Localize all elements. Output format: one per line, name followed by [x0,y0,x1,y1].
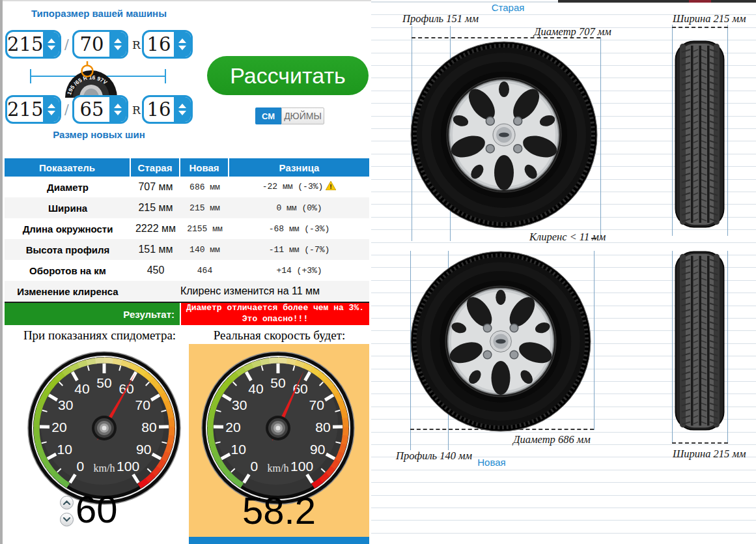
clearance-label: Клиренс < 11 мм [529,231,606,244]
results-table: Показатель Старая Новая Разница Диаметр … [5,158,369,325]
svg-text:10: 10 [57,442,72,457]
old-profile-select[interactable]: 70 [72,30,128,59]
size-separator-slash: / [64,102,69,117]
old-width-spinner-arrows[interactable] [43,32,59,57]
diagram-new-title: Новая [456,457,527,468]
arrow-down-icon[interactable] [48,46,55,50]
old-rim-select[interactable]: 16 [142,30,193,59]
top-banner-red-fragment [689,0,711,3]
svg-text:100: 100 [117,459,139,474]
top-banner-fragment [558,0,756,3]
svg-text:90: 90 [136,442,151,457]
arrow-down-icon[interactable] [48,111,55,115]
table-row: Высота профиля 151 мм 140 мм -11 мм (-7%… [5,239,369,260]
new-tire-side-view [675,251,725,433]
svg-text:30: 30 [58,397,73,412]
window-left-edge [0,0,3,544]
svg-text:80: 80 [315,420,330,435]
arrow-up-icon[interactable] [48,104,55,108]
old-profile-label: Профиль 151 мм [402,12,479,25]
units-inches-button[interactable]: ДЮЙМЫ [281,107,324,124]
new-rim-select[interactable]: 16 [142,95,193,124]
indicated-speed-title: При показаниях спидометра: [7,328,193,343]
new-diameter-line-right [594,251,595,430]
speed-step-up-button[interactable] [60,496,74,509]
new-profile-value: 65 [74,97,109,122]
radius-prefix: R [132,104,141,117]
svg-text:10: 10 [231,442,246,457]
arrow-down-icon[interactable] [114,111,122,115]
window-top-edge [3,0,371,1]
old-diameter-line-right [600,37,601,240]
new-width-select[interactable]: 215 [5,95,61,124]
old-profile-value: 70 [74,32,109,57]
svg-text:100: 100 [290,459,313,474]
old-profile-spinner-arrows[interactable] [109,32,126,57]
units-cm-button[interactable]: СМ [255,107,281,124]
dimension-tick-right [165,69,166,83]
arrow-up-icon[interactable] [48,38,55,43]
svg-text:70: 70 [135,397,150,412]
svg-text:70: 70 [309,397,324,412]
svg-text:km/h: km/h [268,463,289,474]
svg-text:50: 50 [96,375,111,390]
old-rim-value: 16 [144,32,174,57]
tire-diagram-panel: Старая Профиль 151 мм Ширина 215 мм Диам… [371,0,756,544]
clearance-dash [591,238,596,239]
new-diameter-label: Диаметр 686 мм [513,433,591,446]
tire-calculator-page: Типоразмер вашей машины 215 / 70 R 16 19… [0,0,756,544]
new-width-label: Ширина 215 мм [673,448,746,461]
indicated-speed-value: 60 [76,487,154,531]
arrow-down-icon[interactable] [114,46,122,50]
old-tire-side-view [675,40,725,231]
calculate-button[interactable]: Рассчитать [207,56,369,95]
arrow-up-icon[interactable] [178,38,186,43]
table-row: Ширина 215 мм 215 мм 0 мм (0%) [5,197,369,218]
old-diameter-dashed-line [412,37,600,38]
old-tire-front-view [410,41,598,231]
arrow-up-icon[interactable] [114,38,122,43]
new-rim-value: 16 [144,97,174,122]
panel-bottom-strip [189,537,369,544]
new-profile-spinner-arrows[interactable] [109,97,126,122]
svg-text:40: 40 [248,381,263,396]
svg-text:30: 30 [232,397,247,412]
table-header-row: Показатель Старая Новая Разница [5,158,369,177]
clearance-row: Изменение клиренса Клиренс изменится на … [5,281,369,302]
result-row: Результат: Диаметр отличается более чем … [5,302,369,325]
old-diameter-label: Диаметр 707 мм [534,25,611,38]
arrow-up-icon[interactable] [114,104,122,108]
real-speed-title: Реальная скорость будет: [194,328,365,343]
old-width-select[interactable]: 215 [5,30,61,59]
old-width-label: Ширина 215 мм [673,12,746,25]
new-profile-select[interactable]: 65 [72,95,128,124]
header-diff: Разница [229,158,369,177]
header-new: Новая [180,158,229,177]
speed-step-down-button[interactable] [60,513,74,526]
arrow-down-icon[interactable] [178,111,186,115]
old-rim-spinner-arrows[interactable] [174,32,191,57]
svg-text:90: 90 [310,442,325,457]
tire-sidewall-thumbnail: 195 /65 R 16 97V [65,61,117,98]
radius-prefix: R [132,38,141,51]
svg-text:40: 40 [74,381,89,396]
new-width-spinner-arrows[interactable] [43,97,59,122]
svg-text:50: 50 [270,375,285,390]
real-speed-panel: 0102030405060708090100km/h 58.2 [189,344,369,544]
units-toggle[interactable]: СМ ДЮЙМЫ [255,107,324,124]
old-sidewidth-line-right [727,25,728,236]
result-value: Диаметр отличается более чем на 3%. Это … [181,303,369,325]
old-width-dashed-line [672,27,728,28]
new-size-title: Размер новых шин [1,129,197,140]
header-indicator: Показатель [5,158,131,177]
svg-text:20: 20 [51,420,66,435]
arrow-up-icon[interactable] [178,104,186,108]
svg-text:80: 80 [141,420,156,435]
new-sidewidth-line-right [727,251,728,444]
result-label: Результат: [5,303,180,325]
table-row: Оборотов на км 450 464 +14 (+3%) [5,260,369,281]
new-rim-spinner-arrows[interactable] [174,97,191,122]
warning-icon: ! [326,181,336,193]
table-row: Длина окружности 2222 мм 2155 мм -68 мм … [5,218,369,239]
arrow-down-icon[interactable] [178,46,186,50]
